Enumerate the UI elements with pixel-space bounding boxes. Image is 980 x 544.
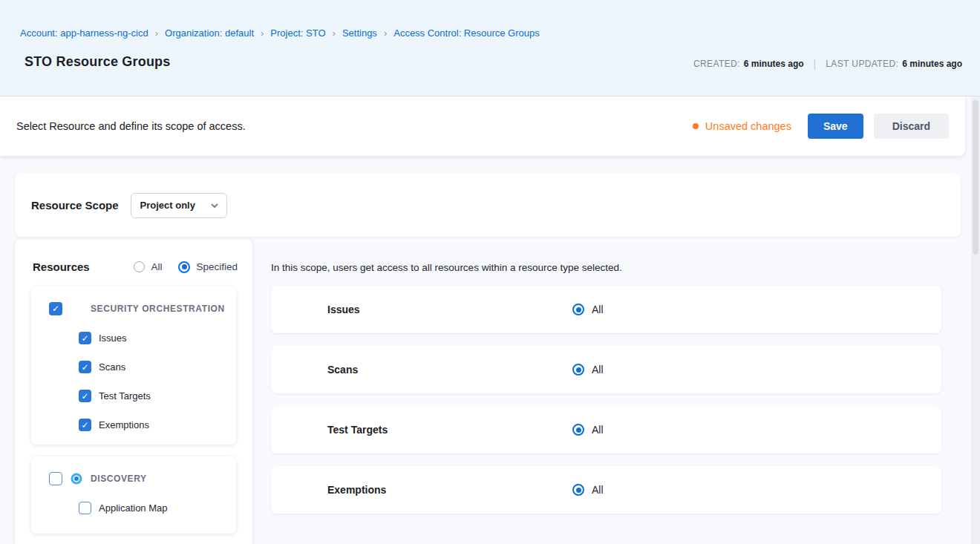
resource-group-security-orchestration: ✓ SECURITY ORCHESTRATION ✓ Issues ✓ Scan…: [31, 286, 236, 445]
sto-shield-icon: [286, 479, 308, 501]
breadcrumb-separator: ›: [384, 27, 387, 39]
page-title: STO Resource Groups: [24, 54, 171, 70]
breadcrumb-separator: ›: [155, 27, 158, 39]
created-updated-meta: CREATED: 6 minutes ago | LAST UPDATED: 6…: [693, 58, 962, 70]
exemptions-access-label: All: [592, 484, 604, 496]
breadcrumb-organization-link[interactable]: Organization: default: [165, 27, 254, 39]
tree-item-test-targets[interactable]: ✓ Test Targets: [79, 390, 229, 402]
breadcrumb-project-link[interactable]: Project: STO: [270, 27, 325, 39]
sto-shield-icon: [286, 358, 308, 381]
scans-access-radio-control[interactable]: [572, 364, 584, 376]
test-targets-access-radio[interactable]: All: [572, 424, 604, 436]
radio-specified-label: Specified: [196, 261, 238, 272]
issues-checkbox[interactable]: ✓: [79, 332, 91, 344]
test-targets-access-radio-control[interactable]: [572, 424, 584, 436]
security-orchestration-label: SECURITY ORCHESTRATION: [91, 304, 225, 314]
scans-access-radio[interactable]: All: [572, 364, 604, 376]
scans-label: Scans: [99, 361, 125, 373]
breadcrumb-separator: ›: [261, 27, 264, 39]
unsaved-dot-icon: [693, 123, 699, 129]
resource-row-issues: Issues All: [271, 286, 941, 333]
tree-item-application-map[interactable]: Application Map: [79, 502, 229, 514]
application-map-label: Application Map: [99, 502, 168, 514]
security-orchestration-checkbox[interactable]: ✓: [49, 302, 62, 315]
toolbar: Select Resource and define its scope of …: [0, 96, 965, 156]
toolbar-description: Select Resource and define its scope of …: [16, 120, 693, 132]
discovery-label: DISCOVERY: [91, 473, 147, 484]
sto-shield-icon: [286, 298, 308, 321]
issues-access-radio[interactable]: All: [572, 304, 604, 315]
test-targets-access-label: All: [592, 424, 604, 436]
resource-scope-label: Resource Scope: [31, 199, 119, 212]
exemptions-checkbox[interactable]: ✓: [79, 419, 91, 431]
resources-title: Resources: [33, 260, 90, 273]
discovery-icon: [70, 472, 83, 485]
scans-checkbox[interactable]: ✓: [79, 361, 91, 373]
breadcrumb-separator: ›: [333, 27, 336, 39]
tree-item-exemptions[interactable]: ✓ Exemptions: [79, 419, 229, 431]
scope-description: In this scope, users get access to all r…: [271, 262, 941, 273]
radio-all-control[interactable]: [134, 261, 145, 272]
scrollbar-thumb[interactable]: [973, 100, 979, 255]
resource-row-name: Scans: [327, 364, 572, 376]
scans-access-label: All: [592, 364, 604, 376]
meta-divider: |: [814, 58, 817, 70]
test-targets-checkbox[interactable]: ✓: [79, 390, 91, 402]
issues-access-label: All: [592, 304, 604, 315]
resource-row-exemptions: Exemptions All: [271, 466, 941, 514]
issues-access-radio-control[interactable]: [572, 304, 584, 315]
resource-scope-card: Resource Scope Project only: [15, 174, 961, 237]
unsaved-changes-label: Unsaved changes: [705, 120, 791, 132]
resource-row-name: Exemptions: [327, 484, 572, 496]
discovery-checkbox[interactable]: [49, 472, 62, 485]
issues-label: Issues: [99, 332, 127, 344]
sto-shield-icon: [286, 419, 308, 441]
exemptions-access-radio[interactable]: All: [572, 484, 604, 496]
tree-item-scans[interactable]: ✓ Scans: [79, 361, 229, 373]
unsaved-changes-status: Unsaved changes: [693, 120, 791, 132]
chevron-down-icon: [210, 201, 219, 210]
last-updated-label: LAST UPDATED:: [826, 59, 898, 69]
created-label: CREATED:: [693, 59, 740, 69]
discard-button[interactable]: Discard: [874, 114, 949, 139]
exemptions-label: Exemptions: [99, 419, 149, 430]
resource-row-test-targets: Test Targets All: [271, 406, 941, 453]
breadcrumb-settings-link[interactable]: Settings: [342, 27, 377, 39]
radio-all[interactable]: All: [134, 261, 162, 272]
scope-access-panel: In this scope, users get access to all r…: [252, 240, 980, 514]
save-button[interactable]: Save: [808, 114, 863, 139]
resources-panel: Resources All Specified ✓ SECURITY ORCHE…: [15, 240, 252, 544]
radio-all-label: All: [151, 261, 162, 272]
vertical-scrollbar[interactable]: [971, 96, 980, 544]
breadcrumb: Account: app-harness-ng-cicd › Organizat…: [20, 27, 962, 39]
breadcrumb-account-link[interactable]: Account: app-harness-ng-cicd: [20, 27, 148, 39]
radio-specified[interactable]: Specified: [178, 261, 238, 273]
tree-item-issues[interactable]: ✓ Issues: [79, 332, 229, 344]
resource-scope-select[interactable]: Project only: [131, 193, 227, 218]
breadcrumb-access-control-link[interactable]: Access Control: Resource Groups: [393, 27, 540, 39]
resource-group-discovery: DISCOVERY Application Map: [31, 456, 236, 534]
resource-row-name: Test Targets: [327, 424, 572, 436]
page-header: Account: app-harness-ng-cicd › Organizat…: [0, 0, 980, 96]
created-value: 6 minutes ago: [744, 59, 804, 69]
resource-scope-selected-value: Project only: [140, 200, 210, 211]
resource-row-name: Issues: [327, 304, 572, 315]
test-targets-label: Test Targets: [99, 390, 151, 402]
radio-specified-control[interactable]: [178, 261, 190, 273]
sto-shield-icon: [70, 302, 83, 315]
exemptions-access-radio-control[interactable]: [572, 484, 584, 496]
application-map-checkbox[interactable]: [79, 502, 91, 514]
last-updated-value: 6 minutes ago: [902, 59, 962, 69]
resource-row-scans: Scans All: [271, 346, 941, 393]
